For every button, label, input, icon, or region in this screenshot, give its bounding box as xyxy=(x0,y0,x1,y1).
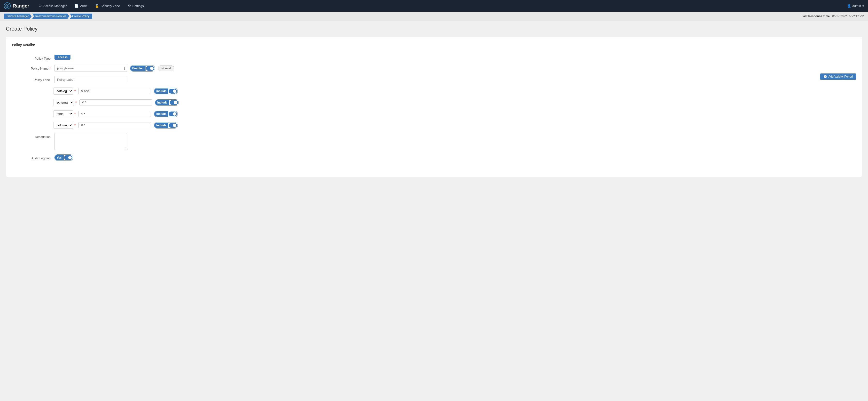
catalog-select-wrapper: catalog * xyxy=(54,88,75,94)
table-select-wrapper: table * xyxy=(54,110,75,117)
resource-row-schema: schema * ✕ * Include xyxy=(12,99,856,106)
column-include-label: Include xyxy=(154,123,168,128)
policy-name-required: * xyxy=(50,67,51,70)
schema-tag-input[interactable]: ✕ * xyxy=(80,99,152,106)
nav-item-settings[interactable]: ⚙ Settings xyxy=(124,2,147,10)
audit-logging-toggle-combo: Yes xyxy=(55,154,73,161)
card-section-title: Policy Details: xyxy=(6,43,862,51)
policy-label-content xyxy=(55,76,856,83)
last-response-time: Last Response Time : 06/17/2022 05:22:12… xyxy=(801,15,864,18)
breadcrumb-item-service-manager[interactable]: Service Manager xyxy=(4,13,32,19)
description-textarea[interactable] xyxy=(55,133,127,150)
breadcrumb-bar: Service Manager amazonemrtrino Policies … xyxy=(0,12,868,21)
schema-spacer xyxy=(12,102,51,103)
column-tag-star: ✕ * xyxy=(81,123,85,127)
shield-icon: 🛡 xyxy=(38,4,42,8)
policy-details-card: Policy Details: 🕐 Add Validity Period Po… xyxy=(6,37,862,177)
description-content xyxy=(55,133,856,150)
policy-name-row: Policy Name * ℹ Enabled xyxy=(12,65,856,72)
table-tag-star: ✕ * xyxy=(81,112,85,116)
column-include-toggle-combo: Include xyxy=(154,122,178,128)
catalog-include-toggle-combo: Include xyxy=(154,88,178,94)
nav-menu: 🛡 Access Manager 📄 Audit 🔒 Security Zone… xyxy=(35,2,847,10)
audit-logging-content: Yes xyxy=(55,154,856,161)
column-select-wrapper: column * xyxy=(54,122,75,129)
catalog-include-label: Include xyxy=(154,88,168,94)
column-select[interactable]: column xyxy=(54,122,73,129)
column-spacer xyxy=(12,124,51,126)
policy-name-input-wrapper: ℹ xyxy=(55,65,127,72)
table-select[interactable]: table xyxy=(54,110,73,117)
schema-include-label: Include xyxy=(155,100,169,105)
breadcrumb-item-create-policy[interactable]: Create Policy xyxy=(70,13,92,19)
svg-text:R: R xyxy=(6,5,8,7)
audit-logging-toggle[interactable] xyxy=(64,155,72,160)
policy-type-label: Policy Type xyxy=(12,55,51,60)
schema-include-toggle-combo: Include xyxy=(155,99,179,106)
enabled-toggle[interactable] xyxy=(146,66,154,71)
policy-label-label: Policy Label xyxy=(12,76,51,82)
schema-select-wrapper: schema * xyxy=(54,99,76,106)
description-label: Description xyxy=(12,133,51,139)
enabled-toggle-combo: Enabled xyxy=(130,65,155,71)
column-required: * xyxy=(74,123,75,127)
audit-logging-label: Audit Logging xyxy=(12,154,51,160)
table-include-toggle-combo: Include xyxy=(154,111,178,117)
navbar: R Ranger 🛡 Access Manager 📄 Audit 🔒 Secu… xyxy=(0,0,868,12)
policy-label-input[interactable] xyxy=(55,76,127,83)
table-required: * xyxy=(74,112,75,116)
policy-name-content: ℹ Enabled Normal xyxy=(55,65,856,72)
nav-item-access-manager[interactable]: 🛡 Access Manager xyxy=(35,2,70,10)
table-tag-star-remove[interactable]: ✕ xyxy=(81,112,83,115)
catalog-select[interactable]: catalog xyxy=(54,88,73,94)
catalog-tag-hive: ✕ hive xyxy=(81,89,90,93)
admin-menu[interactable]: 👤 admin ▾ xyxy=(847,4,864,8)
gear-icon: ⚙ xyxy=(128,4,131,8)
catalog-tag-input[interactable]: ✕ hive xyxy=(79,88,151,94)
info-icon: ℹ xyxy=(124,66,125,70)
policy-name-input[interactable] xyxy=(55,65,127,72)
policy-type-row: Policy Type Access xyxy=(12,55,856,60)
column-include-toggle[interactable] xyxy=(169,123,177,128)
catalog-include-toggle[interactable] xyxy=(169,89,177,93)
add-validity-period-button[interactable]: 🕐 Add Validity Period xyxy=(820,74,857,80)
schema-select[interactable]: schema xyxy=(54,99,74,106)
audit-logging-row: Audit Logging Yes xyxy=(12,154,856,161)
catalog-required: * xyxy=(74,89,75,93)
schema-required: * xyxy=(75,101,76,105)
chevron-down-icon: ▾ xyxy=(862,4,864,8)
ranger-logo-icon: R xyxy=(4,2,11,9)
policy-name-label: Policy Name * xyxy=(12,65,51,70)
table-include-toggle[interactable] xyxy=(169,112,177,116)
schema-include-toggle[interactable] xyxy=(170,100,178,105)
catalog-spacer xyxy=(12,90,51,92)
table-tag-input[interactable]: ✕ * xyxy=(79,111,151,117)
column-tag-input[interactable]: ✕ * xyxy=(79,122,151,128)
catalog-tag-hive-remove[interactable]: ✕ xyxy=(81,89,83,93)
resource-row-table: table * ✕ * Include xyxy=(12,110,856,117)
column-tag-star-remove[interactable]: ✕ xyxy=(81,124,83,127)
resource-row-column: column * ✕ * Include xyxy=(12,122,856,129)
policy-label-row: Policy Label xyxy=(12,76,856,83)
nav-item-audit[interactable]: 📄 Audit xyxy=(71,2,91,10)
enabled-label-text: Enabled xyxy=(130,66,146,71)
resource-row-catalog: catalog * ✕ hive Include xyxy=(12,88,856,94)
normal-button[interactable]: Normal xyxy=(158,65,175,71)
lock-icon: 🔒 xyxy=(95,4,99,8)
page-title: Create Policy xyxy=(6,26,862,32)
brand[interactable]: R Ranger xyxy=(4,2,29,9)
description-row: Description xyxy=(12,133,856,150)
schema-tag-star: ✕ * xyxy=(82,101,86,104)
breadcrumb-item-policies[interactable]: amazonemrtrino Policies xyxy=(32,13,69,19)
nav-item-security-zone[interactable]: 🔒 Security Zone xyxy=(92,2,123,10)
form-body: Policy Type Access Policy Name * ℹ xyxy=(6,51,862,171)
admin-avatar-icon: 👤 xyxy=(847,4,851,8)
table-spacer xyxy=(12,113,51,115)
policy-type-content: Access xyxy=(55,55,856,60)
table-include-label: Include xyxy=(154,111,168,117)
clock-icon: 🕐 xyxy=(824,75,827,78)
audit-icon: 📄 xyxy=(74,4,79,8)
schema-tag-star-remove[interactable]: ✕ xyxy=(82,101,84,104)
breadcrumb: Service Manager amazonemrtrino Policies … xyxy=(4,13,93,19)
audit-logging-yes-label: Yes xyxy=(55,155,64,160)
